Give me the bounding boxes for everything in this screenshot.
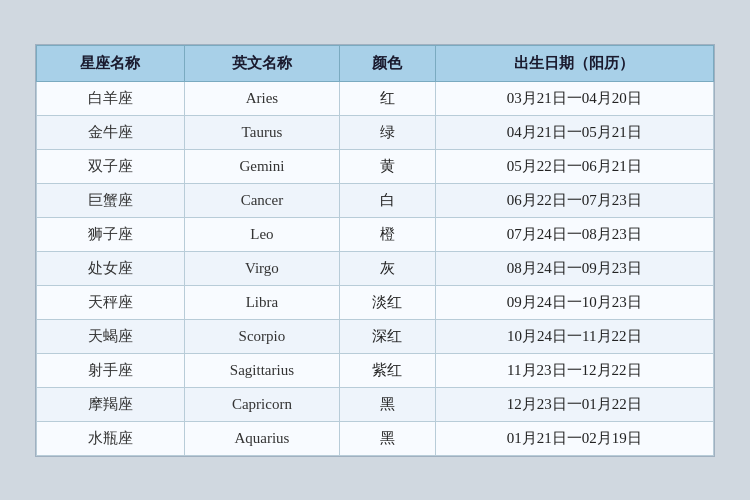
- table-cell: Leo: [184, 217, 339, 251]
- table-row: 巨蟹座Cancer白06月22日一07月23日: [37, 183, 714, 217]
- table-cell: 橙: [339, 217, 435, 251]
- table-cell: Libra: [184, 285, 339, 319]
- table-cell: 金牛座: [37, 115, 185, 149]
- table-cell: 灰: [339, 251, 435, 285]
- col-header-english-name: 英文名称: [184, 45, 339, 81]
- table-row: 白羊座Aries红03月21日一04月20日: [37, 81, 714, 115]
- table-cell: 红: [339, 81, 435, 115]
- table-cell: 05月22日一06月21日: [435, 149, 713, 183]
- table-cell: 黑: [339, 421, 435, 455]
- table-cell: 白羊座: [37, 81, 185, 115]
- table-cell: 淡红: [339, 285, 435, 319]
- table-cell: Capricorn: [184, 387, 339, 421]
- col-header-chinese-name: 星座名称: [37, 45, 185, 81]
- zodiac-table-container: 星座名称 英文名称 颜色 出生日期（阳历） 白羊座Aries红03月21日一04…: [35, 44, 715, 457]
- table-cell: Virgo: [184, 251, 339, 285]
- table-cell: 深红: [339, 319, 435, 353]
- zodiac-table: 星座名称 英文名称 颜色 出生日期（阳历） 白羊座Aries红03月21日一04…: [36, 45, 714, 456]
- table-cell: 10月24日一11月22日: [435, 319, 713, 353]
- table-cell: Taurus: [184, 115, 339, 149]
- table-cell: 处女座: [37, 251, 185, 285]
- table-row: 水瓶座Aquarius黑01月21日一02月19日: [37, 421, 714, 455]
- table-cell: 01月21日一02月19日: [435, 421, 713, 455]
- table-cell: 天蝎座: [37, 319, 185, 353]
- table-cell: 白: [339, 183, 435, 217]
- table-cell: 11月23日一12月22日: [435, 353, 713, 387]
- table-cell: 射手座: [37, 353, 185, 387]
- table-cell: 07月24日一08月23日: [435, 217, 713, 251]
- table-row: 摩羯座Capricorn黑12月23日一01月22日: [37, 387, 714, 421]
- table-cell: Gemini: [184, 149, 339, 183]
- table-cell: 06月22日一07月23日: [435, 183, 713, 217]
- col-header-color: 颜色: [339, 45, 435, 81]
- col-header-date: 出生日期（阳历）: [435, 45, 713, 81]
- table-header-row: 星座名称 英文名称 颜色 出生日期（阳历）: [37, 45, 714, 81]
- table-cell: 狮子座: [37, 217, 185, 251]
- table-row: 射手座Sagittarius紫红11月23日一12月22日: [37, 353, 714, 387]
- table-cell: 03月21日一04月20日: [435, 81, 713, 115]
- table-cell: 摩羯座: [37, 387, 185, 421]
- table-cell: Scorpio: [184, 319, 339, 353]
- table-cell: 08月24日一09月23日: [435, 251, 713, 285]
- table-cell: Aries: [184, 81, 339, 115]
- table-row: 天秤座Libra淡红09月24日一10月23日: [37, 285, 714, 319]
- table-cell: 紫红: [339, 353, 435, 387]
- table-cell: 天秤座: [37, 285, 185, 319]
- table-row: 双子座Gemini黄05月22日一06月21日: [37, 149, 714, 183]
- table-cell: 09月24日一10月23日: [435, 285, 713, 319]
- table-body: 白羊座Aries红03月21日一04月20日金牛座Taurus绿04月21日一0…: [37, 81, 714, 455]
- table-row: 处女座Virgo灰08月24日一09月23日: [37, 251, 714, 285]
- table-cell: 04月21日一05月21日: [435, 115, 713, 149]
- table-cell: Cancer: [184, 183, 339, 217]
- table-cell: Sagittarius: [184, 353, 339, 387]
- table-cell: Aquarius: [184, 421, 339, 455]
- table-cell: 水瓶座: [37, 421, 185, 455]
- table-cell: 巨蟹座: [37, 183, 185, 217]
- table-cell: 黄: [339, 149, 435, 183]
- table-row: 金牛座Taurus绿04月21日一05月21日: [37, 115, 714, 149]
- table-cell: 双子座: [37, 149, 185, 183]
- table-cell: 12月23日一01月22日: [435, 387, 713, 421]
- table-row: 狮子座Leo橙07月24日一08月23日: [37, 217, 714, 251]
- table-cell: 绿: [339, 115, 435, 149]
- table-row: 天蝎座Scorpio深红10月24日一11月22日: [37, 319, 714, 353]
- table-cell: 黑: [339, 387, 435, 421]
